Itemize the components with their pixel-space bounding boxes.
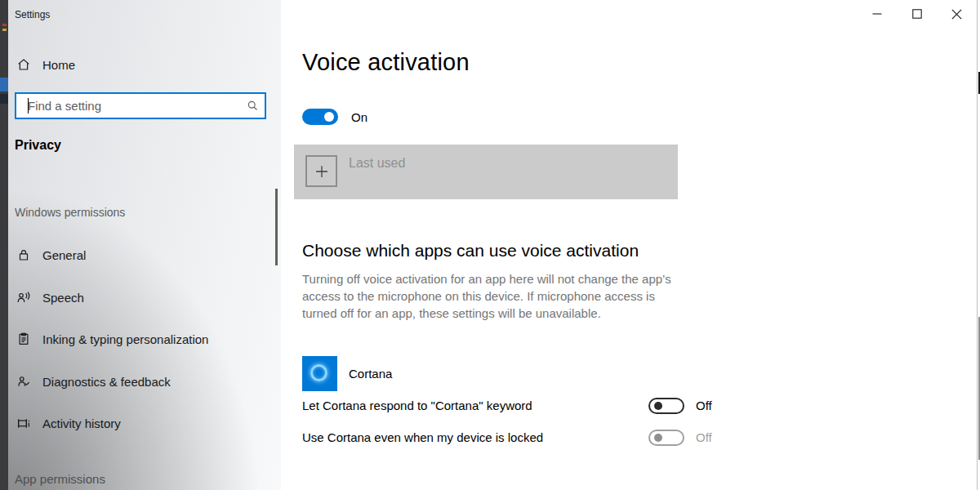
sidebar-item-label: Inking & typing personalization: [42, 332, 208, 346]
minimize-button[interactable]: [857, 0, 897, 28]
section-label-app-permissions: App permissions: [15, 472, 105, 486]
toggle-state-label: Off: [696, 430, 712, 444]
window-controls: [857, 0, 977, 28]
sidebar-home-label: Home: [42, 58, 75, 72]
setting-row-cortana-keyword: Let Cortana respond to "Cortana" keyword…: [302, 398, 964, 416]
last-used-list-item[interactable]: Last used: [294, 145, 678, 199]
setting-row-cortana-locked: Use Cortana even when my device is locke…: [302, 430, 964, 448]
setting-label: Use Cortana even when my device is locke…: [302, 430, 543, 444]
app-name: Cortana: [349, 367, 392, 381]
sidebar-item-activity-history[interactable]: Activity history: [16, 412, 121, 434]
sidebar-item-inking-typing[interactable]: Inking & typing personalization: [16, 328, 208, 350]
left-sliver-red: [2, 24, 7, 26]
page-title: Voice activation: [302, 49, 470, 76]
voice-activation-toggle-row: On: [302, 109, 368, 125]
toggle-state-label: Off: [696, 399, 712, 412]
apps-section-heading: Choose which apps can use voice activati…: [302, 241, 639, 261]
text-caret: [28, 98, 29, 114]
search-input[interactable]: [16, 99, 240, 113]
screen: Settings Home Privacy Windows permission…: [0, 0, 980, 490]
left-sliver-blue: [0, 78, 8, 91]
sidebar-item-home[interactable]: Home: [16, 54, 75, 75]
settings-sidebar: Settings Home Privacy Windows permission…: [8, 0, 281, 490]
cortana-keyword-toggle[interactable]: [648, 398, 684, 414]
sidebar-item-label: Diagnostics & feedback: [42, 375, 171, 389]
sidebar-item-label: General: [42, 248, 86, 262]
setting-label: Let Cortana respond to "Cortana" keyword: [302, 399, 532, 412]
window-title: Settings: [15, 9, 50, 20]
search-box: [15, 92, 266, 119]
cortana-icon: [302, 356, 337, 391]
cortana-ring: [310, 364, 327, 381]
toggle-knob: [654, 402, 662, 410]
add-button[interactable]: [305, 155, 337, 187]
voice-activation-toggle[interactable]: [302, 109, 338, 125]
cortana-locked-toggle: [648, 430, 684, 446]
clipboard-icon: [16, 332, 31, 346]
sidebar-item-general[interactable]: General: [16, 244, 86, 265]
person-check-icon: [16, 374, 31, 389]
main-pane: Voice activation On Last used Choose whi…: [281, 0, 977, 490]
desktop-left-sliver: [0, 0, 8, 490]
desktop-right-sliver: [977, 0, 980, 490]
lock-icon: [16, 247, 31, 262]
sidebar-item-label: Activity history: [42, 416, 121, 430]
speech-icon: [16, 290, 31, 305]
maximize-button[interactable]: [897, 0, 937, 28]
task-view-icon: [16, 416, 31, 430]
left-sliver-dark: [0, 94, 8, 104]
last-used-label: Last used: [349, 156, 405, 171]
apps-section-description: Turning off voice activation for an app …: [302, 270, 683, 322]
home-icon: [16, 57, 31, 72]
sidebar-scrollbar-thumb[interactable]: [275, 189, 278, 265]
left-sliver-yellow: [2, 29, 7, 31]
section-label-windows-permissions: Windows permissions: [15, 206, 125, 219]
toggle-state-label: On: [351, 110, 368, 124]
toggle-knob: [654, 434, 662, 442]
sidebar-item-speech[interactable]: Speech: [16, 287, 84, 308]
toggle-knob: [324, 112, 334, 122]
close-button[interactable]: [937, 0, 977, 28]
search-icon[interactable]: [240, 100, 265, 112]
sidebar-item-label: Speech: [42, 291, 84, 305]
add-icon: [313, 163, 331, 180]
app-header-cortana: Cortana: [302, 356, 392, 391]
sidebar-item-diagnostics-feedback[interactable]: Diagnostics & feedback: [16, 371, 171, 392]
category-title: Privacy: [15, 138, 61, 153]
